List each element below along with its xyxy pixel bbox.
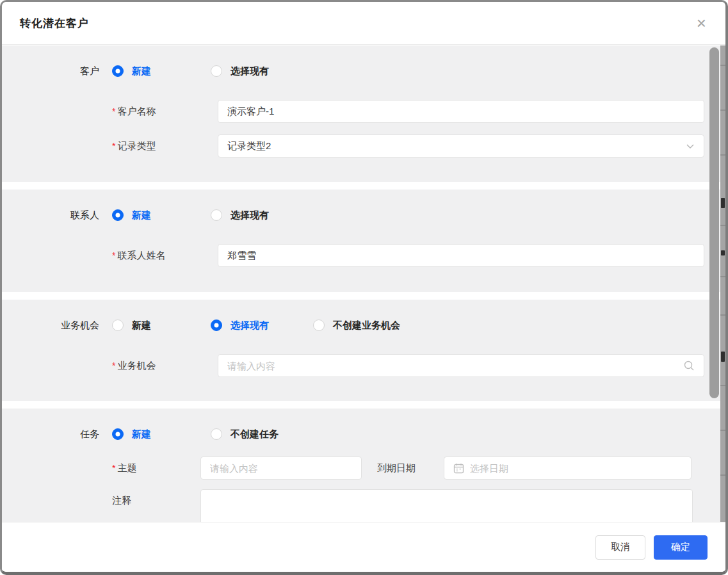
radio-contact-existing[interactable]: 选择现有 — [211, 209, 313, 222]
radio-icon[interactable] — [211, 65, 222, 77]
close-icon[interactable]: × — [697, 15, 706, 31]
radio-icon[interactable] — [112, 65, 124, 77]
background-row-line — [720, 154, 725, 156]
account-name-input[interactable] — [218, 100, 704, 123]
contact-name-input[interactable] — [218, 244, 704, 267]
radio-icon[interactable] — [112, 428, 124, 440]
radio-icon[interactable] — [313, 320, 325, 331]
field-account-name: *客户名称 — [2, 100, 720, 123]
due-date-label: 到期日期 — [362, 457, 444, 480]
section-contact: 联系人 新建 选择现有 *联系人姓名 — [2, 190, 720, 292]
background-row-line — [720, 430, 725, 431]
radio-opportunity-new[interactable]: 新建 — [112, 320, 211, 332]
field-label: *主题 — [112, 457, 200, 480]
radio-label: 新建 — [132, 209, 151, 222]
background-page-fragment — [721, 250, 725, 255]
opportunity-lookup-input[interactable] — [218, 354, 704, 377]
background-page-strip — [720, 45, 725, 522]
task-subject-row: *主题 到期日期 — [2, 457, 720, 480]
radio-label: 不创建任务 — [231, 428, 279, 441]
required-mark: * — [112, 106, 115, 117]
background-row-line — [720, 474, 725, 476]
required-mark: * — [112, 463, 115, 473]
opportunity-search-field[interactable] — [227, 355, 683, 377]
account-radio-group: 客户 新建 选择现有 — [2, 61, 720, 81]
radio-label: 选择现有 — [231, 209, 269, 222]
radio-contact-new[interactable]: 新建 — [112, 209, 211, 222]
background-row-line — [720, 225, 725, 226]
field-contact-name: *联系人姓名 — [2, 244, 720, 267]
background-row-line — [720, 65, 725, 66]
comment-textarea[interactable] — [200, 489, 693, 522]
group-label: 业务机会 — [20, 320, 99, 332]
field-label: 注释 — [112, 489, 200, 512]
scrollbar-thumb[interactable] — [709, 47, 719, 398]
radio-task-none[interactable]: 不创建任务 — [211, 428, 279, 441]
field-opportunity-lookup: *业务机会 — [2, 354, 720, 377]
radio-icon[interactable] — [211, 428, 222, 440]
radio-label: 选择现有 — [231, 320, 269, 332]
radio-label: 不创建业务机会 — [333, 320, 400, 332]
task-subject-input[interactable] — [200, 457, 362, 480]
task-comment-row: 注释 — [2, 489, 720, 522]
section-opportunity: 业务机会 新建 选择现有 不创建业务机会 *业务机会 — [2, 300, 720, 401]
radio-label: 新建 — [132, 320, 151, 332]
radio-label: 新建 — [132, 428, 151, 441]
radio-account-new[interactable]: 新建 — [112, 65, 211, 77]
background-row-line — [720, 314, 725, 316]
field-record-type: *记录类型 记录类型2 — [2, 134, 720, 158]
field-label: *联系人姓名 — [112, 244, 218, 267]
group-label: 客户 — [20, 65, 99, 77]
radio-icon[interactable] — [112, 320, 124, 331]
dialog-body: 客户 新建 选择现有 *客户名称 *记录类型 记录类型2 — [2, 45, 725, 522]
radio-account-existing[interactable]: 选择现有 — [211, 65, 313, 77]
convert-lead-dialog: 转化潜在客户 × 客户 新建 选择现有 *客户名称 *记录 — [0, 0, 728, 575]
field-label: *客户名称 — [112, 100, 218, 123]
radio-opportunity-none[interactable]: 不创建业务机会 — [313, 320, 400, 332]
required-mark: * — [112, 141, 115, 151]
calendar-icon[interactable] — [453, 463, 464, 474]
chevron-down-icon[interactable] — [686, 142, 695, 150]
dialog-header: 转化潜在客户 × — [2, 2, 725, 45]
radio-task-new[interactable]: 新建 — [112, 428, 211, 441]
confirm-button[interactable]: 确定 — [654, 535, 708, 560]
background-row-line — [720, 109, 725, 111]
required-mark: * — [112, 250, 115, 261]
group-label: 任务 — [20, 428, 99, 441]
section-task: 任务 新建 不创建任务 *主题 到期日期 — [2, 409, 720, 522]
radio-icon[interactable] — [211, 209, 222, 221]
radio-icon[interactable] — [112, 209, 124, 221]
group-label: 联系人 — [20, 209, 99, 222]
radio-label: 新建 — [132, 65, 151, 77]
cancel-button[interactable]: 取消 — [595, 535, 645, 560]
field-label: *业务机会 — [112, 354, 218, 377]
record-type-select[interactable]: 记录类型2 — [218, 134, 704, 158]
task-radio-group: 任务 新建 不创建任务 — [2, 425, 720, 444]
required-mark: * — [112, 360, 115, 371]
field-label: *记录类型 — [112, 134, 218, 158]
background-row-line — [720, 385, 725, 386]
background-page-fragment — [721, 352, 725, 362]
dialog-footer: 取消 确定 — [2, 522, 725, 572]
section-account: 客户 新建 选择现有 *客户名称 *记录类型 记录类型2 — [2, 45, 720, 182]
due-date-field[interactable] — [470, 457, 682, 479]
dialog-title: 转化潜在客户 — [20, 16, 89, 31]
radio-label: 选择现有 — [231, 65, 269, 77]
radio-opportunity-existing[interactable]: 选择现有 — [211, 320, 313, 332]
due-date-picker[interactable] — [444, 457, 692, 480]
opportunity-radio-group: 业务机会 新建 选择现有 不创建业务机会 — [2, 316, 720, 335]
select-value: 记录类型2 — [227, 140, 686, 152]
background-row-line — [720, 276, 725, 277]
radio-icon[interactable] — [211, 320, 222, 331]
contact-radio-group: 联系人 新建 选择现有 — [2, 206, 720, 225]
search-icon[interactable] — [683, 360, 695, 371]
background-page-fragment — [721, 198, 725, 208]
